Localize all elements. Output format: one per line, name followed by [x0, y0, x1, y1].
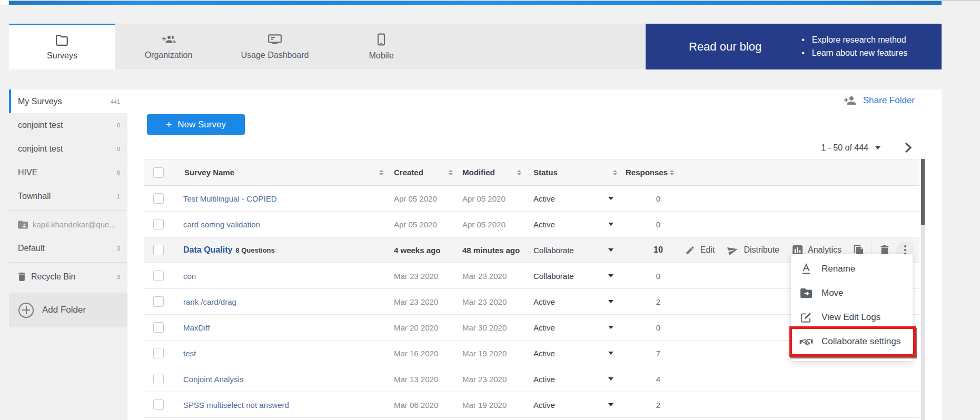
analytics-button[interactable]: Analytics: [793, 245, 842, 255]
status-dropdown-caret[interactable]: [606, 315, 616, 340]
status-dropdown-caret[interactable]: [606, 392, 616, 417]
person-add-icon: [843, 95, 857, 106]
sidebar-item-my-surveys[interactable]: My Surveys441: [9, 89, 127, 113]
bullet-icon: •: [801, 48, 805, 58]
sidebar-item-recycle-bin[interactable]: Recycle Bin 3: [9, 265, 127, 288]
column-header-responses[interactable]: Responses: [626, 159, 668, 185]
column-header-created[interactable]: Created: [394, 159, 423, 185]
modified-cell: Mar 23 2020: [462, 289, 507, 314]
menu-item-rename[interactable]: Rename: [791, 257, 913, 281]
status-dropdown-caret[interactable]: [606, 341, 616, 366]
column-header-status[interactable]: Status: [533, 159, 558, 185]
sidebar-item-townhall[interactable]: Townhall1: [9, 184, 127, 208]
table-row: SPSS multiselect not answerd Mar 06 2020…: [144, 392, 919, 418]
sidebar-item-default[interactable]: Default 3: [9, 236, 127, 260]
sidebar-default-label: Default: [18, 244, 45, 253]
created-cell: Mar 20 2020: [394, 315, 438, 340]
responses-cell: 4: [640, 366, 677, 392]
caret-down-icon: [608, 300, 613, 303]
modified-cell: Mar 30 2020: [462, 315, 507, 340]
survey-name-link[interactable]: Test Multilingual - COPIED: [183, 194, 277, 203]
primary-tabbar: Surveys Organization Usage Dashboard Mob…: [9, 24, 942, 69]
menu-item-label: Rename: [821, 264, 855, 274]
status-dropdown-caret[interactable]: [606, 186, 616, 211]
survey-name-link[interactable]: con: [183, 272, 196, 281]
survey-name-link[interactable]: SPSS multiselect not answerd: [183, 401, 289, 409]
survey-name-link[interactable]: rank /card/drag: [183, 297, 236, 306]
sort-icon-status[interactable]: [613, 159, 617, 185]
menu-item-collaborate-settings[interactable]: Collaborate settings: [791, 329, 913, 354]
caret-down-icon: [608, 274, 613, 277]
row-context-menu: Rename Move View Edit Logs: [791, 254, 913, 361]
row-checkbox[interactable]: [153, 245, 164, 255]
folders-sidebar: My Surveys441conjoint test0conjoint test…: [9, 89, 127, 420]
share-folder-button[interactable]: Share Folder: [843, 95, 915, 106]
survey-name-link[interactable]: MaxDiff: [183, 323, 210, 332]
status-cell: Active: [533, 392, 555, 417]
sort-icon-survey-name[interactable]: [379, 159, 383, 185]
status-dropdown-caret[interactable]: [606, 212, 616, 237]
modified-cell: Mar 19 2020: [462, 392, 507, 417]
menu-item-view-edit-logs[interactable]: View Edit Logs: [791, 305, 913, 329]
add-folder-button[interactable]: Add Folder: [9, 293, 127, 327]
survey-name-link[interactable]: Conjoint Analysis: [183, 375, 243, 384]
status-dropdown-caret[interactable]: [606, 263, 616, 288]
status-dropdown-caret[interactable]: [606, 289, 616, 314]
row-checkbox[interactable]: [153, 271, 164, 281]
column-header-modified[interactable]: Modified: [462, 159, 495, 185]
top-left-notch: [0, 0, 9, 5]
trash-icon: [18, 272, 26, 281]
sidebar-item-label: conjoint test: [18, 121, 63, 130]
row-checkbox[interactable]: [153, 374, 164, 384]
row-checkbox[interactable]: [153, 322, 164, 333]
status-dropdown-caret[interactable]: [606, 237, 616, 263]
status-dropdown-caret[interactable]: [606, 366, 616, 392]
sidebar-item-count: 441: [111, 98, 120, 105]
select-all-checkbox[interactable]: [153, 167, 164, 178]
new-survey-button[interactable]: + New Survey: [147, 114, 245, 135]
responses-cell: 2: [640, 392, 677, 417]
responses-cell: 0: [640, 186, 677, 211]
sidebar-item-shared-folder[interactable]: kapil.khandekar@que...: [9, 213, 127, 236]
tab-organization[interactable]: Organization: [115, 24, 222, 69]
status-cell: Active: [533, 212, 555, 237]
delete-button[interactable]: [880, 245, 889, 255]
next-page-button[interactable]: [905, 142, 912, 153]
distribute-button[interactable]: Distribute: [727, 245, 779, 256]
edit-button[interactable]: Edit: [685, 245, 715, 255]
menu-item-move[interactable]: Move: [791, 281, 913, 305]
sort-icon-modified[interactable]: [517, 159, 521, 185]
sidebar-item-hive[interactable]: HIVE6: [9, 161, 127, 184]
blog-promo-bullets: •Explore research method •Learn about ne…: [801, 35, 907, 58]
row-checkbox[interactable]: [153, 193, 164, 204]
responses-cell: 0: [640, 263, 677, 288]
survey-name-link[interactable]: test: [183, 349, 196, 358]
sort-icon-responses[interactable]: [670, 159, 674, 185]
sidebar-item-conjoint-test[interactable]: conjoint test0: [9, 137, 127, 161]
sidebar-item-conjoint-test[interactable]: conjoint test0: [9, 113, 127, 137]
caret-down-icon: [608, 352, 613, 355]
row-checkbox[interactable]: [153, 348, 164, 358]
sidebar-item-count: 1: [117, 193, 120, 199]
responses-cell: 0: [640, 212, 677, 237]
move-icon: [799, 288, 813, 298]
tab-surveys[interactable]: Surveys: [9, 24, 115, 69]
survey-name-link[interactable]: Data Quality: [183, 245, 232, 255]
row-checkbox[interactable]: [153, 399, 164, 410]
tab-surveys-label: Surveys: [47, 51, 77, 61]
pagination-dropdown-caret-icon[interactable]: [875, 146, 880, 149]
row-checkbox[interactable]: [153, 296, 164, 307]
column-header-survey-name[interactable]: Survey Name: [184, 159, 234, 185]
tab-usage-dashboard[interactable]: Usage Dashboard: [222, 24, 328, 69]
table-scrollbar-thumb[interactable]: [921, 159, 925, 225]
tab-mobile[interactable]: Mobile: [328, 24, 434, 69]
survey-name-link[interactable]: card sorting validation: [183, 220, 260, 229]
blog-promo-banner[interactable]: Read our blog •Explore research method •…: [646, 24, 942, 69]
responses-cell: 2: [640, 289, 677, 314]
created-cell: 4 weeks ago: [394, 237, 440, 263]
row-checkbox[interactable]: [153, 219, 164, 229]
promo-bullet-1: Explore research method: [812, 35, 906, 45]
created-cell: Mar 06 2020: [394, 392, 438, 417]
sort-icon-created[interactable]: [449, 159, 453, 185]
plus-circle-icon: [18, 303, 34, 318]
